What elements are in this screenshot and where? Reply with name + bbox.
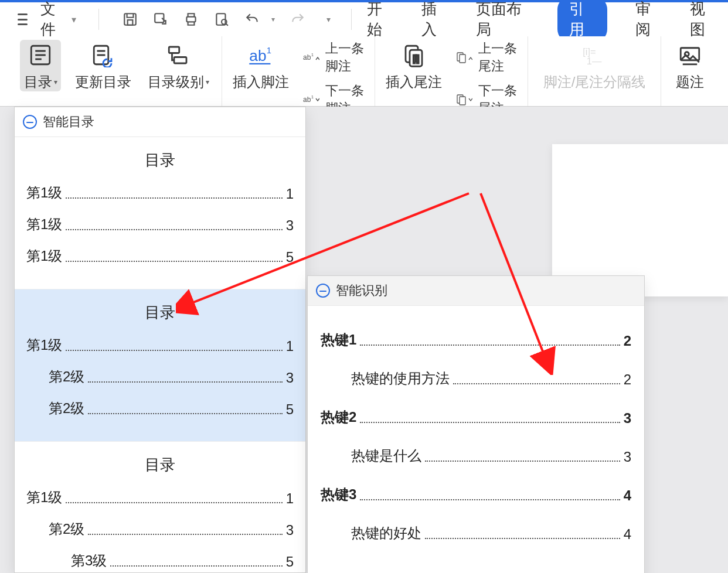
smart-toc-header: 智能目录 [15,107,305,137]
footnote-nav-stack: ab1 上一条脚注 ab1 下一条脚注 [303,40,364,117]
svg-text:ab: ab [303,95,311,104]
smart-recognition-panel: 智能识别 热键12 热键的使用方法2 热键23 热键是什么3 热键34 热键的好… [307,275,645,573]
toc-icon [26,41,55,69]
next-endnote-icon [456,93,472,106]
svg-rect-23 [460,97,465,105]
footnote-separator-button[interactable]: [i]=1— 脚注/尾注分隔线 [539,40,650,91]
prev-endnote-icon [456,51,472,64]
toc-line: 第1级1 [26,336,294,354]
tab-layout[interactable]: 页面布局 [476,0,529,40]
recog-line: 热键的好处4 [321,524,631,543]
toc-dropdown-panel: 智能目录 目录 第1级1 第1级3 第1级5 目录 第1级1 第2级3 第2级5… [14,107,306,573]
recog-line: 热键23 [321,408,631,427]
qat-more-caret-icon[interactable]: ▾ [321,12,336,27]
smart-recognition-header-label: 智能识别 [336,282,387,299]
insert-footnote-label: 插入脚注 [233,73,289,91]
smart-recognition-icon [316,284,330,298]
prev-footnote-button[interactable]: ab1 上一条脚注 [303,40,364,75]
tab-insert[interactable]: 插入 [421,0,448,40]
tab-review[interactable]: 审阅 [635,0,662,40]
toc-preview-3[interactable]: 目录 第1级1 第2级3 第3级5 [15,442,305,572]
hamburger-icon[interactable] [18,13,28,25]
ribbon: 目录▾ 更新目录 目录级别▾ ab1 插入脚注 ab1 上一条脚注 ab1 下一… [0,36,728,107]
ribbon-group-caption: 题注 [661,36,719,106]
save-as-icon[interactable] [153,12,168,27]
svg-rect-21 [460,54,465,63]
caption-button[interactable]: 题注 [672,40,708,91]
toc-preview-3-title: 目录 [26,455,294,475]
toc-line: 第2级3 [26,520,294,538]
toc-level-caret-icon: ▾ [206,78,209,86]
ribbon-group-endnote: [i] 插入尾注 上一条尾注 下一条尾注 [375,36,528,106]
toc-line: 第3级5 [26,551,294,570]
toc-label: 目录 [24,73,52,91]
undo-caret-icon[interactable]: ▾ [271,15,275,23]
toc-preview-1-title: 目录 [26,150,294,170]
insert-endnote-label: 插入尾注 [386,73,442,91]
prev-footnote-icon: ab1 [303,51,319,64]
toc-line: 第2级3 [26,367,294,386]
ribbon-group-footnote: ab1 插入脚注 ab1 上一条脚注 ab1 下一条脚注 [222,36,375,106]
file-menu-caret-icon[interactable]: ▾ [72,14,76,25]
tab-view[interactable]: 视图 [690,0,716,40]
footnote-separator-icon: [i]=1— [580,41,608,69]
smart-recognition-body[interactable]: 热键12 热键的使用方法2 热键23 热键是什么3 热键34 热键的好处4 [308,306,644,566]
toc-line: 第1级3 [26,215,294,234]
recog-line: 热键12 [321,330,631,349]
save-icon[interactable] [123,12,138,27]
next-footnote-icon: ab1 [303,93,319,106]
menubar-separator [98,9,99,30]
caption-icon [676,41,704,69]
svg-rect-8 [169,47,179,53]
print-preview-icon[interactable] [214,12,229,27]
print-icon[interactable] [183,12,199,27]
toc-button[interactable]: 目录▾ [20,40,61,91]
quick-access-toolbar: ▾ ▾ [123,12,336,27]
tab-start[interactable]: 开始 [367,0,393,40]
prev-endnote-label: 上一条尾注 [478,40,517,75]
toc-level-icon [164,41,192,69]
svg-text:ab: ab [303,53,311,62]
insert-footnote-icon: ab1 [247,41,275,69]
menubar-left: 文件 ▾ ▾ ▾ [18,0,336,40]
toc-dropdown-scroll[interactable]: 目录 第1级1 第1级3 第1级5 目录 第1级1 第2级3 第2级5 目录 第… [15,137,305,572]
footnote-separator-label: 脚注/尾注分隔线 [543,73,646,91]
toc-line: 第1级5 [26,247,294,265]
recog-line: 热键34 [321,485,631,504]
svg-text:ab: ab [249,47,266,64]
document-page[interactable] [552,144,728,296]
ribbon-group-toc: 目录▾ 更新目录 目录级别▾ [9,36,222,106]
undo-icon[interactable] [244,12,260,27]
prev-footnote-label: 上一条脚注 [325,40,364,75]
menubar-separator-2 [351,9,352,30]
svg-text:[i]=: [i]= [583,46,596,57]
endnote-nav-stack: 上一条尾注 下一条尾注 [456,40,517,117]
toc-line: 第1级1 [26,488,294,507]
insert-footnote-button[interactable]: ab1 插入脚注 [233,40,289,91]
redo-icon[interactable] [290,12,305,27]
toc-line: 第2级5 [26,399,294,418]
recog-line: 热键的使用方法2 [321,369,631,388]
svg-text:[i]: [i] [413,54,419,63]
smart-toc-icon [23,115,37,129]
update-toc-button[interactable]: 更新目录 [75,40,131,91]
toc-preview-2[interactable]: 目录 第1级1 第2级3 第2级5 [15,289,305,442]
file-menu[interactable]: 文件 [40,0,61,40]
svg-text:1—: 1— [587,56,602,66]
toc-level-label: 目录级别 [148,73,204,91]
prev-endnote-button[interactable]: 上一条尾注 [456,40,517,75]
caption-label: 题注 [676,73,704,91]
toc-level-button[interactable]: 目录级别▾ [145,40,211,91]
toc-caret-icon: ▾ [54,78,57,86]
update-toc-label: 更新目录 [75,73,131,91]
svg-text:1: 1 [311,95,314,99]
toc-preview-1[interactable]: 目录 第1级1 第1级3 第1级5 [15,137,305,289]
smart-toc-header-label: 智能目录 [43,113,94,131]
insert-endnote-icon: [i] [400,41,428,69]
insert-endnote-button[interactable]: [i] 插入尾注 [386,40,442,91]
svg-rect-9 [174,57,186,64]
smart-recognition-header: 智能识别 [308,276,644,306]
toc-preview-2-title: 目录 [26,302,294,323]
svg-rect-3 [186,17,195,22]
update-toc-icon [89,41,117,69]
